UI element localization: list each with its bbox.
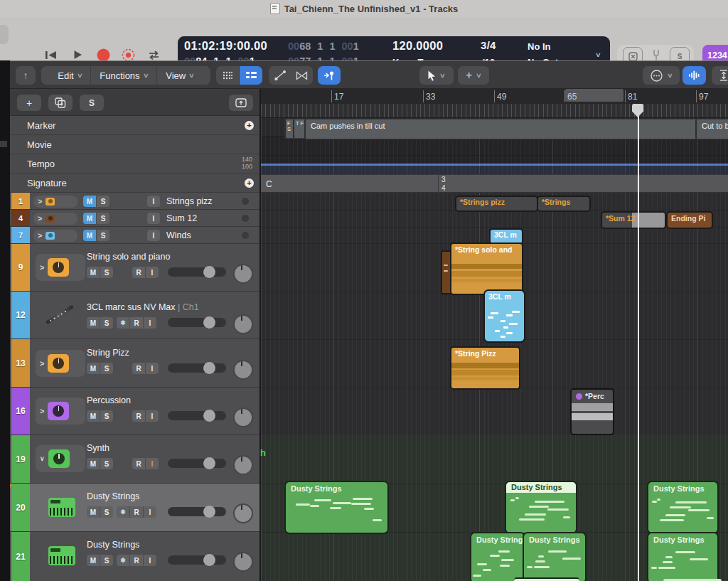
region-dusty-3[interactable]: Dusty Strings bbox=[647, 481, 719, 534]
menu-functions[interactable]: Functions∨ bbox=[90, 66, 156, 85]
back-navigation-button[interactable]: ↑ bbox=[16, 66, 36, 85]
disclosure-icon[interactable]: > bbox=[40, 263, 44, 272]
volume-thumb[interactable] bbox=[203, 457, 215, 469]
region-perc[interactable]: *Perc bbox=[570, 388, 614, 435]
solo-button[interactable]: S bbox=[97, 213, 109, 224]
track-name[interactable]: Winds bbox=[166, 230, 191, 240]
signature-lane[interactable]: C 34 bbox=[261, 174, 728, 193]
volume-slider[interactable] bbox=[168, 507, 226, 516]
record-enable-button[interactable]: R bbox=[132, 267, 146, 278]
volume-thumb[interactable] bbox=[203, 266, 215, 278]
marker-region[interactable]: Cam pushes in till cut bbox=[304, 119, 702, 139]
record-enable-button[interactable]: R bbox=[132, 410, 146, 422]
add-track-button[interactable]: + bbox=[17, 95, 41, 111]
global-solo-button[interactable]: S bbox=[80, 95, 104, 111]
disclosure-icon[interactable]: > bbox=[38, 197, 42, 206]
menu-edit[interactable]: Edit∨ bbox=[49, 66, 90, 85]
freeze-button[interactable]: ❄ bbox=[117, 555, 130, 566]
volume-thumb[interactable] bbox=[203, 410, 215, 422]
mute-button[interactable]: M bbox=[87, 506, 100, 518]
solo-button[interactable]: S bbox=[100, 506, 113, 518]
region-dusty-6[interactable]: Dusty Strings bbox=[647, 532, 719, 581]
region-dusty-4[interactable]: Dusty String bbox=[470, 532, 525, 581]
global-track-tempo[interactable]: Tempo 140100 bbox=[10, 154, 259, 174]
solo-button[interactable]: S bbox=[100, 267, 113, 278]
lcd-time[interactable]: 01:02:19:00.00 bbox=[184, 39, 267, 53]
ruler-tick-band[interactable] bbox=[261, 104, 728, 118]
region-dusty-2-selected[interactable]: Dusty Strings bbox=[505, 481, 577, 534]
track-name[interactable]: String solo and piano bbox=[87, 252, 170, 262]
record-enable-button[interactable]: R bbox=[130, 555, 144, 566]
mute-button[interactable]: M bbox=[83, 213, 97, 224]
region-partial-bottom[interactable] bbox=[514, 577, 579, 581]
volume-thumb[interactable] bbox=[203, 554, 215, 566]
lcd-chevron-icon[interactable]: ∨ bbox=[595, 51, 601, 58]
disclosure-icon[interactable]: > bbox=[40, 407, 44, 415]
volume-thumb[interactable] bbox=[203, 316, 215, 329]
more-options-button[interactable]: ∨ bbox=[643, 66, 680, 85]
track-header-13[interactable]: 13 > String Pizz MS RI bbox=[10, 339, 259, 388]
track-icon-pill[interactable]: > bbox=[33, 213, 77, 225]
region-dusty-5[interactable]: Dusty Strings bbox=[523, 532, 587, 581]
volume-thumb[interactable] bbox=[203, 506, 215, 518]
region-dusty-1[interactable]: Dusty Strings bbox=[284, 481, 389, 534]
record-enable-button[interactable]: R bbox=[132, 458, 146, 469]
mute-button[interactable]: M bbox=[87, 410, 100, 422]
solo-button[interactable]: S bbox=[100, 363, 113, 374]
track-icon-pill[interactable]: ∨ bbox=[36, 445, 85, 472]
lcd-tempo[interactable]: 120.0000 bbox=[392, 39, 443, 53]
mute-button[interactable]: M bbox=[87, 555, 100, 566]
mute-button[interactable]: M bbox=[87, 458, 100, 469]
volume-slider[interactable] bbox=[168, 555, 226, 565]
pan-knob[interactable] bbox=[233, 503, 253, 523]
mute-button[interactable]: M bbox=[83, 230, 97, 241]
volume-slider[interactable] bbox=[168, 411, 226, 420]
menu-view[interactable]: View∨ bbox=[156, 66, 203, 85]
lcd-secondary-1[interactable]: 0068 1 1 001 bbox=[288, 41, 359, 52]
track-name[interactable]: Sum 12 bbox=[166, 213, 197, 223]
track-name[interactable]: Strings pizz bbox=[166, 196, 213, 206]
input-monitor-button[interactable]: I bbox=[144, 317, 156, 329]
volume-slider[interactable] bbox=[168, 267, 226, 277]
solo-button[interactable]: S bbox=[97, 196, 109, 207]
automation-icon[interactable] bbox=[274, 70, 286, 80]
solo-button[interactable]: S bbox=[97, 230, 109, 241]
marker-region[interactable]: Cut to b bbox=[695, 119, 728, 139]
track-header-1[interactable]: 1 > MS I Strings pizz bbox=[10, 193, 259, 210]
track-icon-pill[interactable]: > bbox=[36, 398, 85, 425]
pointer-tool-button[interactable]: ∨ bbox=[419, 66, 454, 85]
solo-button[interactable]: S bbox=[100, 555, 113, 566]
disclosure-icon[interactable]: > bbox=[40, 359, 44, 368]
vertical-zoom-button[interactable] bbox=[712, 66, 728, 85]
disclosure-icon[interactable]: > bbox=[38, 231, 42, 240]
mute-button[interactable]: M bbox=[87, 363, 100, 374]
volume-thumb[interactable] bbox=[203, 362, 215, 374]
input-button[interactable]: I bbox=[147, 230, 160, 241]
key-signature[interactable]: C bbox=[266, 179, 272, 189]
playhead-line[interactable] bbox=[638, 104, 639, 581]
track-icon-pill[interactable]: > bbox=[36, 350, 85, 377]
region-strings[interactable]: *Strings bbox=[537, 196, 591, 212]
track-header-9[interactable]: 9 > String solo and piano MS RI bbox=[10, 244, 259, 292]
time-signature-change[interactable]: 34 bbox=[441, 176, 446, 193]
record-enable-button[interactable]: R bbox=[130, 506, 144, 518]
input-monitor-button[interactable]: I bbox=[146, 363, 159, 374]
global-track-signature[interactable]: Signature + bbox=[10, 174, 259, 193]
track-header-12[interactable]: 12 3CL marc sus NV Max | Ch1 MS ❄RI bbox=[10, 292, 259, 339]
add-marker-button[interactable]: + bbox=[245, 121, 254, 130]
lcd-time-signature[interactable]: 3/4 bbox=[481, 39, 496, 51]
track-header-16[interactable]: 16 > Percussion MS RI bbox=[10, 388, 259, 435]
track-icon-pill[interactable]: > bbox=[33, 230, 77, 242]
track-name[interactable]: 3CL marc sus NV Max | Ch1 bbox=[87, 302, 199, 312]
track-header-4[interactable]: 4 > MS I Sum 12 bbox=[10, 210, 259, 227]
input-monitor-button[interactable]: I bbox=[144, 555, 156, 566]
input-monitor-button[interactable]: I bbox=[146, 458, 159, 469]
input-monitor-button[interactable]: I bbox=[146, 267, 159, 278]
mute-button[interactable]: M bbox=[83, 196, 97, 207]
catch-playhead-button[interactable] bbox=[318, 66, 341, 85]
mute-button[interactable]: M bbox=[87, 317, 100, 329]
track-name[interactable]: Percussion bbox=[87, 395, 131, 405]
crossfade-icon[interactable] bbox=[296, 71, 308, 80]
pan-knob[interactable] bbox=[233, 264, 253, 284]
track-header-7[interactable]: 7 > MS I Winds bbox=[10, 227, 259, 244]
